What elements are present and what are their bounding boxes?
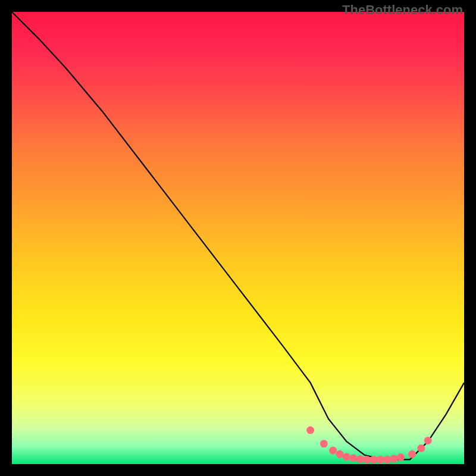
marker-dot (336, 450, 344, 458)
marker-dot (306, 427, 314, 434)
marker-dot (363, 456, 371, 464)
marker-dot (390, 455, 398, 462)
marker-dot (356, 455, 364, 463)
marker-dot (417, 444, 425, 452)
marker-dot (349, 455, 357, 462)
chart-svg (12, 12, 464, 464)
watermark-text: TheBottleneck.com (342, 2, 463, 18)
marker-dot (397, 453, 405, 461)
chart-container: TheBottleneck.com (0, 0, 476, 476)
plot-area (12, 12, 464, 464)
marker-dot (343, 453, 350, 461)
marker-dot (424, 437, 432, 444)
marker-dot (408, 450, 416, 458)
marker-dot (370, 456, 378, 464)
marker-dot (329, 447, 337, 455)
marker-dot (377, 456, 384, 464)
marker-dot (320, 440, 328, 447)
chart-background (12, 12, 464, 464)
marker-dot (383, 456, 391, 464)
